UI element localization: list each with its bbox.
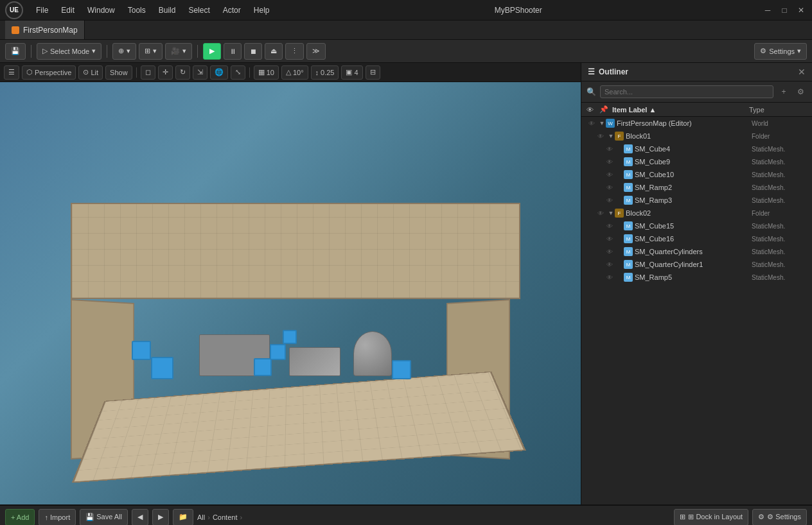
forward-button[interactable]: ▶ — [152, 509, 169, 526]
outliner-header: ☰ Outliner ✕ — [581, 63, 812, 82]
landscape-button[interactable]: 🎥 ▾ — [165, 43, 192, 60]
menu-file[interactable]: File — [31, 3, 53, 17]
new-folder-button[interactable]: 📁 — [173, 509, 193, 526]
maximize-viewport-button[interactable]: ⤡ — [231, 65, 245, 80]
menu-edit[interactable]: Edit — [56, 3, 80, 17]
stop-button[interactable]: ⏹ — [244, 43, 262, 60]
tree-item-sm_cube10[interactable]: 👁MSM_Cube10StaticMesh. — [581, 168, 812, 181]
perspective-button[interactable]: ⬡ Perspective — [22, 65, 76, 80]
tree-item-sm_ramp5[interactable]: 👁MSM_Ramp5StaticMesh. — [581, 271, 812, 284]
lit-icon: ⊙ — [83, 68, 89, 76]
breadcrumb-all[interactable]: All — [197, 513, 205, 521]
outliner-add-button[interactable]: + — [777, 85, 790, 98]
add-button[interactable]: + Add — [5, 509, 35, 526]
back-button[interactable]: ◀ — [132, 509, 148, 526]
label-column-header[interactable]: Item Label ▲ — [612, 106, 749, 114]
grid-icon: ▦ — [258, 68, 265, 76]
expand-toolbar-button[interactable]: ≫ — [306, 43, 326, 60]
layout-button[interactable]: ⊟ — [366, 65, 380, 80]
pin-column-header: 📌 — [599, 105, 612, 114]
expand-icon — [616, 261, 624, 268]
scale-tool-button[interactable]: ⇲ — [193, 65, 207, 80]
3d-viewport[interactable] — [0, 82, 581, 504]
maximize-button[interactable]: □ — [779, 4, 790, 16]
menu-window[interactable]: Window — [82, 3, 120, 17]
menu-actor[interactable]: Actor — [218, 3, 246, 17]
tree-item-type: StaticMesh. — [752, 184, 809, 191]
minimize-button[interactable]: ─ — [762, 4, 773, 16]
add-mode-button[interactable]: ⊕ ▾ — [112, 43, 136, 60]
angle-button[interactable]: △ 10° — [281, 65, 308, 80]
expand-icon — [616, 235, 624, 243]
dock-in-layout-button[interactable]: ⊞ ⊞ Dock in Layout — [674, 509, 748, 526]
show-button[interactable]: Show — [105, 65, 132, 80]
hamburger-menu-button[interactable]: ☰ — [4, 65, 19, 80]
expand-icon — [616, 171, 624, 178]
tree-item-sm_cube9[interactable]: 👁MSM_Cube9StaticMesh. — [581, 155, 812, 168]
tree-item-label: Block02 — [626, 209, 752, 217]
grid-button[interactable]: ▦ 10 — [254, 65, 279, 80]
tree-item-sm_cube15[interactable]: 👁MSM_Cube15StaticMesh. — [581, 219, 812, 232]
menu-select[interactable]: Select — [183, 3, 215, 17]
search-icon: 🔍 — [587, 87, 596, 96]
tree-item-label: SM_Cube4 — [635, 145, 752, 153]
visibility-icon: 👁 — [605, 259, 615, 270]
move-tool-button[interactable]: ✛ — [158, 65, 173, 80]
import-button[interactable]: ↑ Import — [39, 509, 76, 526]
angle-label: 10° — [293, 69, 304, 76]
add-icon: ⊕ — [118, 47, 124, 55]
tree-item-sm_quartercylinder1[interactable]: 👁MSM_QuarterCylinder1StaticMesh. — [581, 258, 812, 271]
tree-item-sm_ramp2[interactable]: 👁MSM_Ramp2StaticMesh. — [581, 181, 812, 194]
tree-item-sm_cube4[interactable]: 👁MSM_Cube4StaticMesh. — [581, 142, 812, 155]
select-tool-button[interactable]: ◻ — [141, 65, 155, 80]
outliner-search-bar: 🔍 + ⚙ — [581, 82, 812, 103]
expand-icon — [616, 145, 624, 153]
rotate-tool-button[interactable]: ↻ — [175, 65, 190, 80]
more-options-button[interactable]: ⋮ — [285, 43, 304, 60]
menu-bar: File Edit Window Tools Build Select Acto… — [31, 3, 274, 17]
tree-item-label: SM_Cube9 — [635, 158, 752, 166]
pause-button[interactable]: ⏸ — [224, 43, 242, 60]
outliner-settings-button[interactable]: ⚙ — [794, 85, 807, 98]
tree-item-sm_cube16[interactable]: 👁MSM_Cube16StaticMesh. — [581, 232, 812, 245]
map-tab-icon — [12, 26, 19, 34]
tree-item-block02[interactable]: 👁▼FBlock02Folder — [581, 207, 812, 219]
dropdown-icon: ▾ — [92, 47, 96, 55]
landscape-dropdown-icon: ▾ — [182, 47, 186, 55]
scale-button[interactable]: ↕ 0.25 — [311, 65, 339, 80]
play-button[interactable]: ▶ — [203, 43, 221, 60]
menu-help[interactable]: Help — [249, 3, 275, 17]
world-space-button[interactable]: 🌐 — [210, 65, 228, 80]
blue-cube-4 — [270, 344, 286, 360]
select-mode-button[interactable]: ▷ Select Mode ▾ — [37, 43, 102, 60]
outliner-close-button[interactable]: ✕ — [798, 67, 806, 77]
tree-item-sm_quartercylinders[interactable]: 👁MSM_QuarterCylindersStaticMesh. — [581, 245, 812, 258]
menu-build[interactable]: Build — [154, 3, 181, 17]
folder-icon: F — [615, 132, 624, 141]
browser-settings-button[interactable]: ⚙ ⚙ Settings — [752, 509, 807, 526]
tree-item-sm_ramp3[interactable]: 👁MSM_Ramp3StaticMesh. — [581, 194, 812, 207]
expand-icon: ▼ — [598, 119, 606, 127]
lit-button[interactable]: ⊙ Lit — [78, 65, 103, 80]
close-button[interactable]: ✕ — [795, 4, 807, 16]
visibility-icon: 👁 — [605, 195, 615, 205]
save-all-button[interactable]: 💾 Save All — [80, 509, 128, 526]
settings-button[interactable]: ⚙ Settings ▾ — [754, 43, 807, 60]
tree-item-block01[interactable]: 👁▼FBlock01Folder — [581, 130, 812, 142]
menu-tools[interactable]: Tools — [123, 3, 151, 17]
breadcrumb-content[interactable]: Content — [213, 513, 238, 521]
eject-button[interactable]: ⏏ — [265, 43, 283, 60]
tree-item-firstpersonmap-(editor)[interactable]: 👁▼WFirstPersonMap (Editor)World — [581, 117, 812, 130]
num-icon: ▣ — [346, 68, 352, 76]
visibility-icon: 👁 — [605, 182, 615, 193]
snap-button[interactable]: ⊞ ▾ — [139, 43, 163, 60]
import-label: ↑ Import — [44, 513, 70, 521]
grid-size-label: 10 — [267, 69, 274, 76]
visibility-icon: 👁 — [605, 221, 615, 231]
toolbar-separator — [31, 45, 31, 58]
map-tab[interactable]: FirstPersonMap — [5, 21, 85, 39]
outliner-search-input[interactable] — [600, 85, 773, 98]
num-button[interactable]: ▣ 4 — [341, 65, 362, 80]
save-button[interactable]: 💾 — [5, 43, 26, 60]
expand-icon — [616, 184, 624, 191]
